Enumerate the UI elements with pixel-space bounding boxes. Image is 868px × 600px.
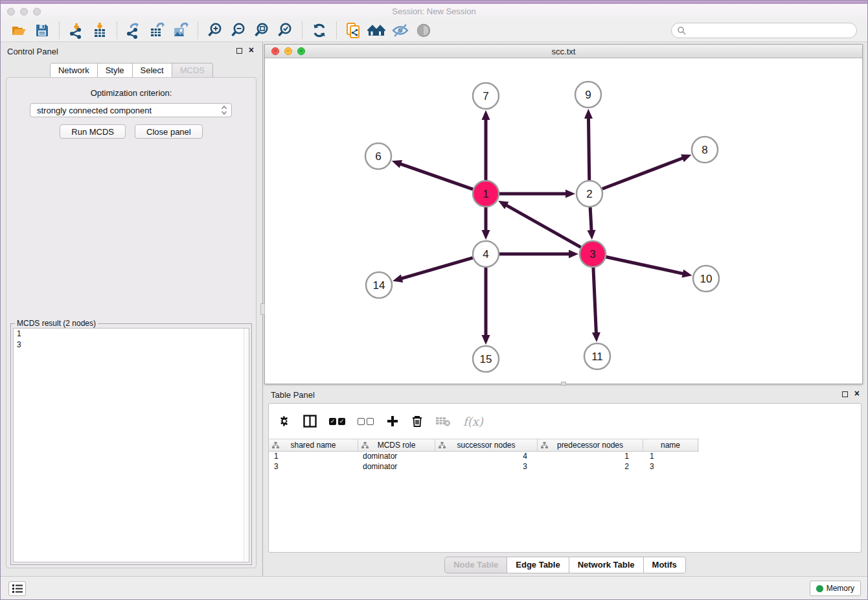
tab-motifs[interactable]: Motifs: [644, 557, 686, 573]
delete-table-icon[interactable]: [435, 413, 451, 430]
tab-network[interactable]: Network: [50, 63, 98, 78]
graph-edge-arrow: [588, 230, 596, 240]
add-row-icon[interactable]: [386, 413, 399, 430]
zoom-window-button[interactable]: [33, 8, 41, 16]
column-header-predecessor-nodes[interactable]: predecessor nodes: [538, 439, 643, 451]
cell-shared-name[interactable]: 3: [269, 462, 358, 472]
column-header-successor-nodes[interactable]: successor nodes: [435, 439, 538, 451]
panel-splitter-handle[interactable]: [260, 303, 265, 315]
graph-edge-2-3[interactable]: [590, 207, 591, 231]
run-mcds-button[interactable]: Run MCDS: [60, 124, 126, 139]
show-all-icon[interactable]: [414, 21, 433, 40]
cell-predecessor-nodes[interactable]: 2: [538, 462, 643, 472]
mcds-result-textarea[interactable]: 1 3: [13, 328, 249, 562]
cell-predecessor-nodes[interactable]: 1: [538, 452, 643, 462]
import-table-icon[interactable]: [90, 21, 109, 40]
network-close-button[interactable]: [271, 47, 279, 55]
search-field[interactable]: [671, 23, 857, 38]
cell-successor-nodes[interactable]: 3: [435, 462, 538, 472]
graph-edge-arrow: [592, 332, 600, 342]
graph-node-label: 7: [483, 90, 488, 102]
refresh-icon[interactable]: [310, 21, 329, 40]
graph-edge-3-11[interactable]: [593, 268, 597, 334]
toolbar-separator: [198, 22, 198, 39]
network-canvas[interactable]: 7968124314101511: [265, 58, 862, 384]
column-header-mcds-role[interactable]: MCDS role: [358, 439, 435, 451]
zoom-in-icon[interactable]: [205, 21, 225, 40]
save-session-icon[interactable]: [32, 21, 52, 40]
export-network-icon[interactable]: [124, 21, 144, 40]
first-neighbors-icon[interactable]: [367, 21, 387, 40]
copy-network-icon[interactable]: [344, 21, 363, 40]
open-file-icon[interactable]: [9, 21, 29, 40]
tab-select[interactable]: Select: [133, 63, 172, 78]
cell-mcds-role[interactable]: dominator: [358, 462, 435, 472]
tab-style[interactable]: Style: [98, 63, 133, 78]
table-row[interactable]: 3 dominator 3 2 3: [269, 462, 699, 472]
graph-edge-4-14[interactable]: [401, 258, 473, 279]
tab-mcds[interactable]: MCDS: [172, 63, 213, 78]
zoom-fit-icon[interactable]: [252, 21, 271, 40]
graph-edge-2-9[interactable]: [588, 117, 589, 180]
zoom-selected-icon[interactable]: [275, 21, 295, 40]
close-table-panel-icon[interactable]: ×: [854, 388, 860, 398]
column-header-name[interactable]: name: [643, 439, 698, 451]
graph-node-label: 6: [375, 150, 381, 163]
tab-node-table[interactable]: Node Table: [444, 557, 507, 573]
tab-edge-table[interactable]: Edge Table: [507, 557, 569, 573]
delete-row-icon[interactable]: [411, 413, 423, 430]
network-splitter-handle[interactable]: [561, 382, 566, 386]
column-type-icon: [361, 442, 369, 448]
search-input[interactable]: [689, 26, 851, 35]
graph-edge-2-8[interactable]: [602, 157, 684, 189]
cell-mcds-role[interactable]: dominator: [358, 452, 435, 462]
graph-edge-arrow: [565, 190, 575, 198]
application-window: Session: New Session: [0, 0, 868, 600]
import-network-icon[interactable]: [67, 21, 86, 40]
graph-edge-arrow: [569, 250, 578, 259]
tab-network-table[interactable]: Network Table: [569, 557, 644, 573]
result-scrollbar[interactable]: [244, 329, 249, 562]
network-view-window[interactable]: scc.txt 7968124314101511: [264, 44, 863, 384]
close-panel-button[interactable]: Close panel: [135, 124, 203, 139]
select-all-icon[interactable]: ✓✓: [329, 413, 345, 430]
cell-successor-nodes[interactable]: 4: [435, 452, 538, 462]
graph-node-label: 8: [702, 144, 707, 156]
criterion-dropdown[interactable]: strongly connected component: [30, 103, 232, 117]
network-minimize-button[interactable]: [284, 47, 292, 55]
close-window-button[interactable]: [7, 8, 15, 16]
minimize-window-button[interactable]: [20, 8, 28, 16]
float-panel-icon[interactable]: [236, 48, 242, 54]
split-panel-icon[interactable]: [303, 413, 317, 430]
cell-name[interactable]: 1: [643, 452, 698, 462]
network-maximize-button[interactable]: [297, 47, 305, 55]
result-line: 1: [14, 329, 249, 340]
column-header-shared-name[interactable]: shared name: [269, 439, 358, 451]
zoom-out-icon[interactable]: [229, 21, 248, 40]
graph-edge-arrow: [393, 274, 403, 282]
export-image-icon[interactable]: [171, 21, 190, 40]
column-type-icon: [272, 442, 279, 448]
workspace-area: scc.txt 7968124314101511 Table Panel ×: [263, 42, 867, 576]
cell-name[interactable]: 3: [643, 462, 698, 472]
export-table-icon[interactable]: [148, 21, 167, 40]
hide-selected-icon[interactable]: [391, 21, 410, 40]
graph-edge-1-6[interactable]: [400, 164, 473, 190]
task-history-button[interactable]: [8, 581, 26, 596]
column-type-icon: [439, 442, 446, 448]
graph-edge-3-10[interactable]: [606, 257, 684, 273]
memory-button[interactable]: Memory: [810, 581, 861, 596]
mcds-panel: Optimization criterion: strongly connect…: [6, 77, 257, 568]
deselect-all-icon[interactable]: [358, 413, 374, 430]
network-window-titlebar[interactable]: scc.txt: [265, 45, 862, 58]
network-graph: 7968124314101511: [265, 58, 862, 384]
node-table-container: ✓✓ f(x): [268, 403, 862, 553]
table-row[interactable]: 1 dominator 4 1 1: [269, 452, 699, 462]
table-settings-icon[interactable]: [278, 413, 291, 430]
close-panel-icon[interactable]: ×: [249, 45, 254, 55]
function-builder-icon[interactable]: f(x): [463, 413, 483, 430]
graph-edge-3-1[interactable]: [505, 205, 580, 248]
float-table-panel-icon[interactable]: [842, 391, 848, 397]
cell-shared-name[interactable]: 1: [269, 452, 358, 462]
toolbar-separator: [302, 22, 303, 39]
